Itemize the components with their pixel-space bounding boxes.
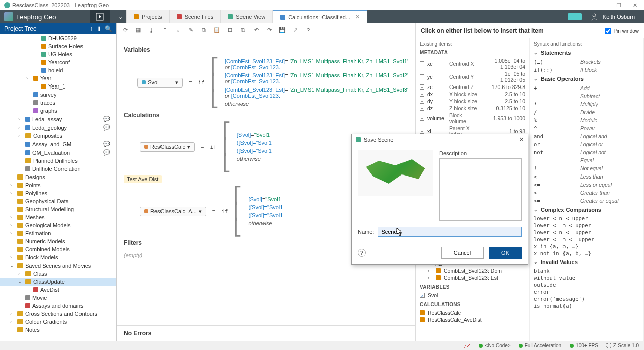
dialog-close-icon[interactable]: ✕ bbox=[519, 136, 524, 143]
resclass-a-code-block[interactable]: [Svol]="Svol1 ([Svol]="Svol1 ([Svol]="Sv… bbox=[248, 195, 283, 227]
syntax-row[interactable]: <=Less or equal bbox=[534, 181, 639, 189]
tree-item[interactable]: holeid bbox=[0, 66, 116, 74]
tree-item[interactable]: graphs bbox=[0, 107, 116, 115]
save-icon[interactable]: 💾 bbox=[278, 26, 287, 35]
tree-item[interactable]: ›Year bbox=[0, 74, 116, 82]
syntax-row[interactable]: >=Greater or equal bbox=[534, 197, 639, 205]
tab-projects[interactable]: Projects bbox=[127, 10, 170, 23]
metadata-row[interactable]: +ycCentroid Y1e+05 to 1.012e+05 bbox=[420, 70, 525, 83]
metadata-row[interactable]: +dyY block size2.5 to 10 bbox=[420, 98, 525, 105]
syntax-row[interactable]: blank bbox=[534, 267, 639, 274]
description-input[interactable] bbox=[439, 158, 522, 221]
tree-item[interactable]: Notes bbox=[0, 326, 116, 334]
tree-item[interactable]: DHUG0529 bbox=[0, 34, 116, 42]
tree-item[interactable]: ›Leda_assay💬 bbox=[0, 115, 116, 123]
pin-window-checkbox[interactable]: Pin window bbox=[605, 28, 639, 34]
layers-icon[interactable]: ▦ bbox=[134, 26, 143, 35]
tree-item[interactable]: ›Composites bbox=[0, 132, 116, 140]
tree-item[interactable]: Year_1 bbox=[0, 82, 116, 91]
syntax-row[interactable]: %Modulo bbox=[534, 116, 639, 124]
syntax-row[interactable]: <Less than bbox=[534, 172, 639, 181]
tree-item[interactable]: traces bbox=[0, 99, 116, 107]
copy-icon[interactable]: ⧉ bbox=[199, 26, 208, 35]
tree-item[interactable]: ›Cross Sections and Contours bbox=[0, 310, 116, 318]
calc-resclass[interactable]: ResClassCalc bbox=[420, 309, 525, 316]
paste-icon[interactable]: 📋 bbox=[212, 26, 221, 35]
play-button[interactable] bbox=[90, 10, 110, 23]
tree-pause-icon[interactable]: ⏸ bbox=[96, 25, 102, 32]
syntax-row[interactable]: lower <= n < upper bbox=[534, 222, 639, 229]
tree-item[interactable]: Assay_and_GM💬 bbox=[0, 140, 116, 148]
tree-item[interactable]: Combined Models bbox=[0, 245, 116, 253]
syntax-row[interactable]: orLogical or bbox=[534, 140, 639, 148]
dup-icon[interactable]: ⧉ bbox=[238, 26, 248, 35]
statements-group[interactable]: ⌄Statements bbox=[534, 50, 639, 56]
syntax-row[interactable]: -Subtract bbox=[534, 92, 639, 100]
syntax-row[interactable]: if(::)If block bbox=[534, 66, 639, 74]
expand-icon[interactable]: ⌄ bbox=[173, 26, 182, 35]
name-input[interactable] bbox=[378, 227, 522, 237]
syntax-row[interactable]: !=Not equal bbox=[534, 164, 639, 172]
metadata-row[interactable]: +zcCentroid Z170.6 to 829.8 bbox=[420, 83, 525, 91]
tree-search-icon[interactable]: 🔍 bbox=[105, 25, 112, 32]
tree-list[interactable]: DHUG0529Surface HolesUG HolesYearconfhol… bbox=[0, 34, 116, 341]
tree-item[interactable]: ›Geological Models bbox=[0, 221, 116, 229]
tree-item[interactable]: Yearconf bbox=[0, 58, 116, 66]
resclass-a-variable[interactable]: ResClassCalc_A...▾ bbox=[140, 207, 206, 216]
collapse-icon[interactable]: ⌃ bbox=[160, 26, 169, 35]
syntax-row[interactable]: andLogical and bbox=[534, 132, 639, 140]
resclass-variable[interactable]: ResClassCalc▾ bbox=[140, 142, 195, 152]
tree-item[interactable]: ⌄ClassUpdate bbox=[0, 278, 116, 286]
syntax-row[interactable]: error bbox=[534, 288, 639, 295]
metadata-row[interactable]: +dxX block size2.5 to 10 bbox=[420, 91, 525, 98]
tree-item[interactable]: Structural Modelling bbox=[0, 205, 116, 213]
tree-item[interactable]: Movie bbox=[0, 294, 116, 302]
metadata-row[interactable]: +xcCentroid X1.005e+04 to 1.103e+04 bbox=[420, 57, 525, 70]
resclass-code-block[interactable]: [Svol]="Svol1 ([Svol]="Svol1 ([Svol]="Sv… bbox=[237, 131, 272, 163]
syntax-row[interactable]: (…)Brackets bbox=[534, 58, 639, 66]
tree-item[interactable]: ›Meshes bbox=[0, 213, 116, 221]
syntax-row[interactable]: x not in {a, b, …} bbox=[534, 250, 639, 257]
tab-close-icon[interactable]: ✕ bbox=[355, 14, 360, 20]
export-icon[interactable]: ↗ bbox=[291, 26, 300, 35]
syntax-row[interactable]: *Multiply bbox=[534, 100, 639, 108]
undo-icon[interactable]: ↶ bbox=[252, 26, 261, 35]
eval-est[interactable]: ›CombEst_Svol123: Est bbox=[420, 274, 525, 281]
tree-item[interactable]: Drillhole Correlation bbox=[0, 165, 116, 173]
tree-item[interactable]: survey bbox=[0, 91, 116, 99]
dialog-help-icon[interactable]: ? bbox=[358, 249, 366, 257]
tab-scene-view[interactable]: Scene View bbox=[221, 10, 273, 23]
tree-item[interactable]: ›Polylines bbox=[0, 189, 116, 197]
filter-icon[interactable]: ⊟ bbox=[225, 26, 234, 35]
tree-item[interactable]: Planned Drillholes bbox=[0, 157, 116, 165]
tree-item[interactable]: ›Colour Gradients bbox=[0, 318, 116, 326]
maximize-button[interactable]: ☐ bbox=[614, 1, 624, 9]
help-icon[interactable]: ? bbox=[304, 26, 313, 35]
tree-item[interactable]: ›Points bbox=[0, 181, 116, 189]
metadata-row[interactable]: +volumeBlock volume1.953 to 1000 bbox=[420, 112, 525, 125]
metadata-row[interactable]: +dzZ block size0.3125 to 10 bbox=[420, 105, 525, 112]
svol-variable[interactable]: Svol▾ bbox=[137, 78, 183, 88]
svol-code-block[interactable]: [CombEst_Svol123: Est]= 'Zn_LMS1 Multipa… bbox=[225, 57, 408, 108]
syntax-row[interactable]: x in {a, b, …} bbox=[534, 243, 639, 250]
wand-icon[interactable]: ✎ bbox=[186, 26, 195, 35]
syntax-row[interactable]: error('message') bbox=[534, 295, 639, 302]
calc-resclass-avedist[interactable]: ResClassCalc_AveDist bbox=[420, 316, 525, 323]
tab-dropdown[interactable]: ⌄ bbox=[115, 10, 127, 23]
close-button[interactable]: ✕ bbox=[630, 1, 640, 9]
basic-ops-group[interactable]: ⌄Basic Operators bbox=[534, 76, 639, 82]
var-svol[interactable]: xSvol bbox=[420, 292, 525, 299]
syntax-row[interactable]: lower < n < upper bbox=[534, 215, 639, 222]
tree-item[interactable]: ›Class bbox=[0, 270, 116, 278]
syntax-row[interactable]: =Equal bbox=[534, 156, 639, 164]
tree-item[interactable]: ⌄Saved Scenes and Movies bbox=[0, 261, 116, 270]
redo-icon[interactable]: ↷ bbox=[265, 26, 274, 35]
complex-group[interactable]: ⌄Complex Comparisons bbox=[534, 207, 639, 213]
minimize-button[interactable]: — bbox=[598, 1, 608, 9]
tree-item[interactable]: Geophysical Data bbox=[0, 197, 116, 205]
ok-button[interactable]: OK bbox=[489, 247, 522, 259]
syntax-row[interactable]: is_normal(a) bbox=[534, 302, 639, 309]
syntax-row[interactable]: outside bbox=[534, 281, 639, 288]
cancel-button[interactable]: Cancel bbox=[441, 247, 484, 259]
refresh-icon[interactable]: ⟳ bbox=[121, 26, 130, 35]
